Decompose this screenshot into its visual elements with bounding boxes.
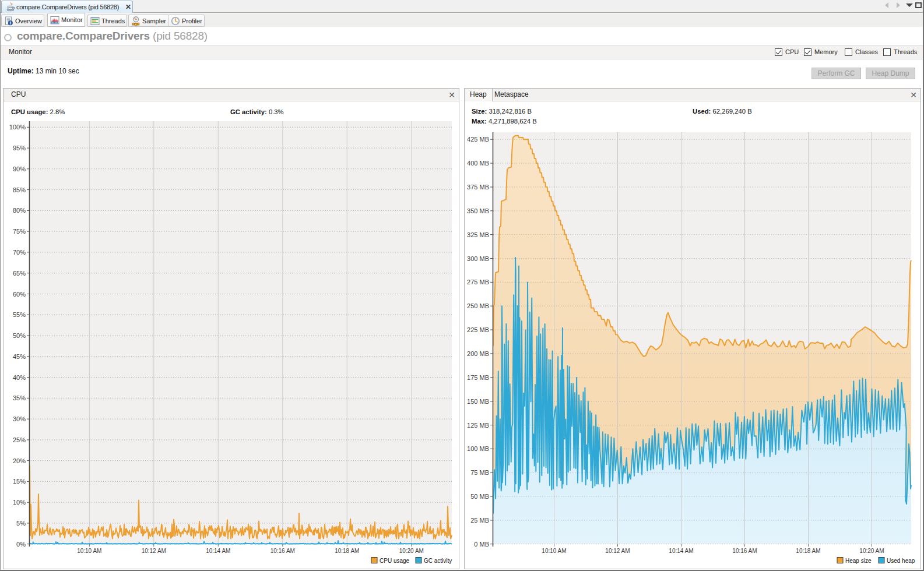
svg-text:350 MB: 350 MB bbox=[467, 207, 489, 214]
svg-text:65%: 65% bbox=[13, 270, 26, 277]
svg-text:85%: 85% bbox=[13, 186, 26, 193]
svg-text:275 MB: 275 MB bbox=[467, 279, 489, 286]
svg-text:20%: 20% bbox=[13, 457, 26, 464]
svg-text:10:10 AM: 10:10 AM bbox=[77, 548, 101, 554]
svg-text:25 MB: 25 MB bbox=[470, 517, 489, 524]
svg-text:100%: 100% bbox=[9, 124, 26, 131]
svg-text:0%: 0% bbox=[16, 541, 26, 548]
svg-text:15%: 15% bbox=[13, 478, 26, 485]
svg-text:5%: 5% bbox=[16, 520, 26, 527]
svg-text:70%: 70% bbox=[13, 249, 26, 256]
svg-text:425 MB: 425 MB bbox=[467, 136, 489, 143]
svg-text:10:14 AM: 10:14 AM bbox=[206, 548, 230, 554]
svg-text:10:20 AM: 10:20 AM bbox=[859, 548, 884, 554]
svg-text:25%: 25% bbox=[13, 436, 26, 443]
svg-text:10:16 AM: 10:16 AM bbox=[270, 548, 295, 554]
svg-text:125 MB: 125 MB bbox=[467, 422, 489, 429]
svg-text:60%: 60% bbox=[13, 291, 26, 298]
svg-text:i: i bbox=[10, 20, 11, 26]
svg-text:10:20 AM: 10:20 AM bbox=[399, 548, 424, 554]
svg-text:30%: 30% bbox=[13, 415, 26, 422]
svg-text:0 MB: 0 MB bbox=[474, 541, 489, 548]
svg-text:10:16 AM: 10:16 AM bbox=[732, 548, 757, 554]
svg-text:40%: 40% bbox=[13, 374, 26, 381]
svg-text:375 MB: 375 MB bbox=[467, 184, 489, 191]
svg-text:10:18 AM: 10:18 AM bbox=[335, 548, 359, 554]
svg-text:45%: 45% bbox=[13, 353, 26, 360]
svg-text:Used heap: Used heap bbox=[887, 558, 915, 564]
svg-text:325 MB: 325 MB bbox=[467, 231, 489, 238]
svg-text:10:14 AM: 10:14 AM bbox=[669, 548, 693, 554]
svg-text:75 MB: 75 MB bbox=[470, 469, 489, 476]
svg-text:10:12 AM: 10:12 AM bbox=[605, 548, 630, 554]
svg-text:200 MB: 200 MB bbox=[467, 350, 489, 357]
svg-text:Heap size: Heap size bbox=[845, 558, 872, 564]
svg-text:10:10 AM: 10:10 AM bbox=[542, 548, 566, 554]
svg-text:225 MB: 225 MB bbox=[467, 326, 489, 333]
svg-text:35%: 35% bbox=[13, 394, 26, 401]
svg-text:10:18 AM: 10:18 AM bbox=[796, 548, 820, 554]
svg-text:75%: 75% bbox=[13, 228, 26, 235]
svg-text:55%: 55% bbox=[13, 311, 26, 318]
svg-text:100 MB: 100 MB bbox=[467, 445, 489, 452]
svg-text:175 MB: 175 MB bbox=[467, 374, 489, 381]
svg-text:250 MB: 250 MB bbox=[467, 302, 489, 309]
svg-text:400 MB: 400 MB bbox=[467, 160, 489, 167]
svg-text:50%: 50% bbox=[13, 332, 26, 339]
svg-text:150 MB: 150 MB bbox=[467, 398, 489, 405]
svg-text:50 MB: 50 MB bbox=[470, 493, 489, 500]
svg-text:90%: 90% bbox=[13, 165, 26, 172]
svg-text:300 MB: 300 MB bbox=[467, 255, 489, 262]
svg-text:10%: 10% bbox=[13, 499, 26, 506]
svg-text:95%: 95% bbox=[13, 144, 26, 151]
svg-text:80%: 80% bbox=[13, 207, 26, 214]
svg-text:CPU usage: CPU usage bbox=[380, 558, 410, 564]
svg-text:GC activity: GC activity bbox=[424, 558, 452, 564]
svg-text:10:12 AM: 10:12 AM bbox=[142, 548, 166, 554]
